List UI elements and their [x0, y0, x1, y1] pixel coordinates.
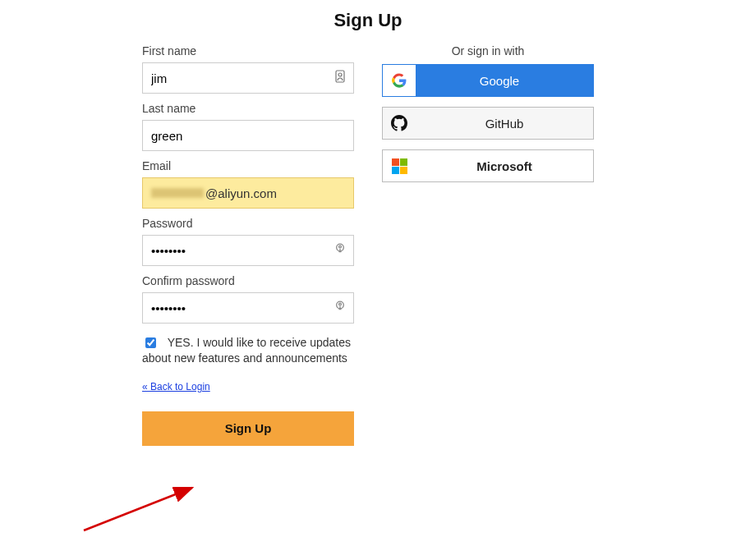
sso-google-button[interactable]: Google [382, 64, 594, 97]
svg-point-5 [339, 303, 342, 305]
email-domain: @aliyun.com [205, 186, 277, 200]
last-name-label: Last name [142, 102, 354, 115]
github-icon [383, 108, 416, 139]
confirm-password-input[interactable] [142, 292, 354, 324]
sso-google-label: Google [416, 74, 593, 88]
password-label: Password [142, 217, 354, 230]
sso-github-button[interactable]: GitHub [382, 107, 594, 140]
svg-point-1 [338, 73, 342, 76]
contact-autofill-icon [334, 70, 346, 86]
updates-label: YES. I would like to receive updates abo… [142, 336, 351, 365]
confirm-password-label: Confirm password [142, 274, 354, 287]
signup-button[interactable]: Sign Up [142, 411, 354, 446]
svg-line-7 [84, 488, 192, 530]
updates-checkbox[interactable] [145, 337, 156, 348]
microsoft-icon [383, 150, 416, 181]
back-to-login-link[interactable]: « Back to Login [142, 381, 210, 392]
key-autofill-icon [334, 243, 346, 258]
sso-github-label: GitHub [416, 117, 593, 131]
page-title: Sign Up [0, 10, 736, 31]
email-input[interactable]: @aliyun.com [142, 177, 354, 209]
sso-microsoft-label: Microsoft [416, 159, 593, 173]
password-input[interactable] [142, 235, 354, 266]
svg-point-3 [339, 246, 342, 248]
google-icon [383, 65, 416, 96]
email-redacted-local [151, 188, 204, 198]
sso-heading: Or sign in with [382, 44, 594, 57]
sso-panel: Or sign in with Google GitHub Microsoft [382, 36, 594, 446]
signup-form: First name Last name Email @aliyun.com P… [142, 36, 354, 446]
first-name-input[interactable] [142, 62, 354, 94]
key-autofill-icon [334, 301, 346, 315]
last-name-input[interactable] [142, 120, 354, 151]
annotation-arrow [80, 478, 204, 535]
sso-microsoft-button[interactable]: Microsoft [382, 149, 594, 182]
email-label: Email [142, 159, 354, 172]
first-name-label: First name [142, 44, 354, 57]
